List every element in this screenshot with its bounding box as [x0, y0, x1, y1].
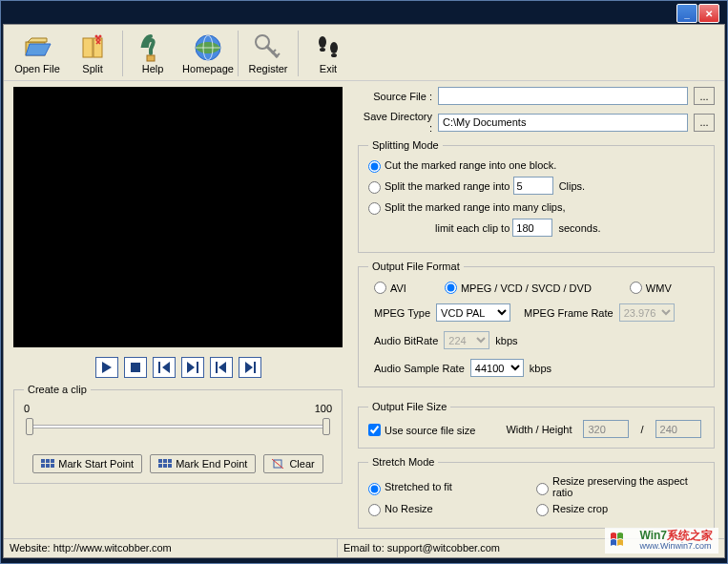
mpeg-type-select[interactable]: VCD PAL [436, 303, 510, 322]
format-avi-radio[interactable] [374, 282, 386, 294]
help-button[interactable]: Help [125, 29, 180, 78]
main-toolbar: Open File Split Help Homepage [4, 25, 724, 81]
audio-bitrate-select[interactable]: 224 [444, 331, 489, 349]
radio-label: AVI [390, 282, 406, 294]
stretch-preserve-radio[interactable] [536, 483, 549, 495]
unit-label: kbps [495, 335, 517, 346]
svg-marker-2 [26, 44, 51, 55]
exit-button[interactable]: Exit [301, 29, 356, 78]
radio-label: WMV [646, 282, 672, 294]
play-button[interactable] [95, 357, 118, 378]
video-preview [13, 87, 343, 347]
svg-marker-24 [218, 362, 226, 373]
key-register-icon [253, 32, 283, 63]
open-file-button[interactable]: Open File [10, 29, 65, 78]
radio-label: Resize preserving the aspect ratio [552, 475, 704, 498]
slash-label: / [640, 424, 643, 435]
next-button[interactable] [239, 357, 261, 378]
unit-label: seconds. [558, 222, 600, 234]
source-file-input[interactable] [438, 87, 688, 105]
split-many-clips-radio[interactable] [368, 202, 381, 215]
mark-end-button[interactable]: Mark End Point [150, 454, 256, 473]
svg-rect-31 [46, 464, 50, 468]
radio-label: Stretched to fit [385, 481, 452, 492]
stretch-crop-radio[interactable] [536, 504, 549, 516]
watermark: Win7系统之家 www.Winwin7.com [605, 528, 718, 554]
svg-rect-3 [83, 38, 93, 57]
svg-rect-19 [158, 362, 160, 373]
step-back-button[interactable] [153, 357, 176, 378]
split-one-block-radio[interactable] [368, 160, 381, 173]
svg-rect-30 [41, 464, 45, 468]
marker-icon [41, 459, 54, 469]
radio-label: No Resize [385, 503, 433, 514]
svg-marker-20 [162, 362, 170, 373]
svg-point-16 [331, 53, 337, 57]
watermark-url: www.Winwin7.com [639, 542, 713, 552]
clear-icon [272, 459, 285, 469]
mark-start-button[interactable]: Mark Start Point [32, 454, 142, 473]
browse-directory-button[interactable]: ... [694, 114, 715, 132]
group-legend: Output File Format [368, 261, 464, 272]
save-directory-input[interactable] [438, 114, 688, 132]
toolbar-label: Help [142, 63, 164, 74]
format-mpeg-radio[interactable] [445, 282, 457, 294]
frame-rate-select[interactable]: 23.976 [619, 303, 675, 322]
svg-marker-1 [28, 38, 47, 42]
svg-point-5 [95, 35, 98, 38]
stretch-fit-radio[interactable] [368, 483, 381, 495]
source-file-label: Source File : [358, 91, 432, 102]
register-button[interactable]: Register [240, 29, 296, 78]
svg-rect-29 [51, 459, 54, 463]
audio-bitrate-label: Audio BitRate [374, 335, 438, 346]
svg-point-14 [320, 48, 325, 52]
previous-button[interactable] [210, 357, 233, 378]
step-forward-button[interactable] [181, 357, 204, 378]
svg-rect-38 [168, 464, 172, 468]
minimize-button[interactable]: _ [676, 4, 697, 23]
stretch-noresize-radio[interactable] [368, 504, 381, 516]
toolbar-label: Exit [320, 63, 337, 74]
browse-source-button[interactable]: ... [694, 87, 715, 105]
clip-start-value: 0 [24, 403, 30, 414]
toolbar-label: Register [249, 63, 288, 74]
folder-open-icon [22, 32, 52, 63]
split-button[interactable]: Split [65, 29, 120, 78]
exit-footprints-icon [313, 32, 343, 63]
width-height-label: Width / Height [506, 424, 572, 435]
svg-rect-33 [158, 459, 162, 463]
format-wmv-radio[interactable] [630, 282, 642, 294]
sample-rate-select[interactable]: 44100 [470, 359, 524, 377]
slider-end-thumb[interactable] [322, 418, 330, 435]
homepage-button[interactable]: Homepage [180, 29, 236, 78]
svg-rect-34 [163, 459, 167, 463]
unit-label: Clips. [559, 180, 586, 192]
split-n-clips-radio[interactable] [368, 181, 381, 194]
svg-rect-22 [197, 362, 198, 373]
frame-rate-label: MPEG Frame Rate [524, 307, 614, 319]
svg-point-15 [330, 42, 338, 53]
output-height-input[interactable] [655, 420, 701, 438]
clips-count-spinner[interactable] [513, 177, 553, 195]
stop-button[interactable] [124, 357, 147, 378]
mpeg-type-label: MPEG Type [374, 307, 430, 319]
group-legend: Splitting Mode [368, 139, 443, 151]
status-website: Website: http://www.witcobber.com [4, 539, 338, 557]
scissors-split-icon [77, 32, 108, 63]
close-button[interactable]: ✕ [698, 4, 719, 23]
output-size-group: Output File Size Use source file size Wi… [358, 401, 715, 449]
svg-marker-21 [187, 362, 195, 373]
svg-rect-7 [147, 55, 155, 61]
use-source-size-checkbox[interactable] [368, 424, 381, 436]
svg-rect-36 [158, 464, 162, 468]
slider-start-thumb[interactable] [26, 418, 33, 435]
checkbox-label: Use source file size [385, 425, 475, 436]
clip-range-slider[interactable] [24, 416, 332, 437]
help-icon [137, 32, 168, 63]
windows-flag-icon [611, 532, 634, 549]
clip-seconds-spinner[interactable] [512, 219, 552, 237]
output-width-input[interactable] [583, 420, 629, 438]
clear-clip-button[interactable]: Clear [263, 454, 322, 473]
svg-rect-32 [51, 464, 54, 468]
svg-rect-37 [163, 464, 167, 468]
